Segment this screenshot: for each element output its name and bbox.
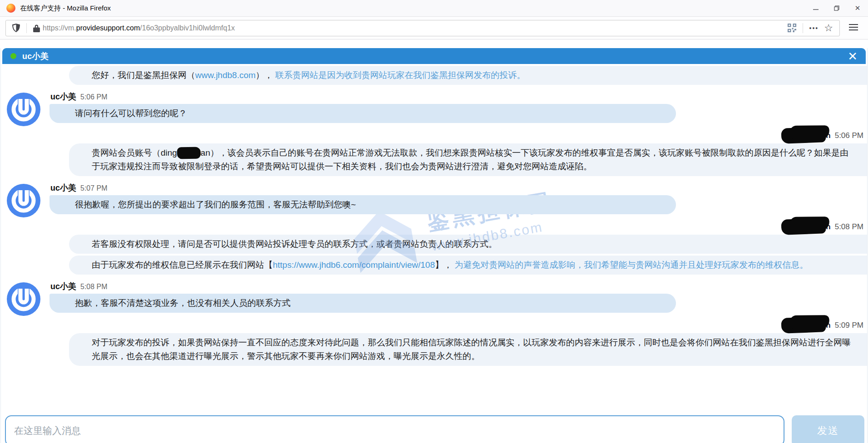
redaction-scribble [781,127,826,143]
minimize-button[interactable] [805,0,826,16]
url-prefix: https://vm. [43,24,76,32]
chat-agent-name: uc小美 [22,51,49,62]
menu-icon[interactable] [844,24,863,33]
visitor-meta-row: dinghaigan5:08 PM [1,221,863,233]
message-text: 由于玩家发布的维权信息已经展示在我们网站【 [92,260,273,270]
visitor-message-bubble: 若客服没有权限处理，请问是否可以提供贵网站投诉处理专员的联系方式，或者贵网站负责… [69,235,867,254]
send-button[interactable]: 发送 [792,415,864,443]
message-text: ）， [256,70,273,80]
message-composer: 发送 [1,415,867,443]
qr-code-icon[interactable] [785,24,799,32]
window-title: 在线客户支持 - Mozilla Firefox [20,4,805,13]
agent-message-bubble: 很抱歉喔，您所提出的要求超出了我们的服务范围，客服无法帮助到您噢~ [49,195,676,214]
visitor-name-redacted: dinghaigan [789,222,832,231]
agent-avatar-u-logo-icon [6,92,41,127]
visitor-message-bubble: 对于玩家发布的投诉，如果贵网站保持一直不回应的态度来对待此问题，那么我们只能相信… [69,333,867,366]
redaction-scribble [781,218,826,235]
agent-name: uc小美 [50,281,76,292]
message-time: 5:06 PM [835,131,863,140]
online-status-icon [10,53,16,59]
agent-message-group: uc小美5:07 PM很抱歉喔，您所提出的要求超出了我们的服务范围，客服无法帮助… [49,182,867,214]
visitor-message-bubble: 由于玩家发布的维权信息已经展示在我们网站【https://www.jhdb6.c… [69,256,867,275]
message-text: 联系贵网站是因为收到贵网站玩家在我们鉴黑担保网发布的投诉。 [273,70,525,80]
redacted-text: haig [177,147,201,159]
message-text: 若客服没有权限处理，请问是否可以提供贵网站投诉处理专员的联系方式，或者贵网站负责… [92,239,497,249]
navigation-bar: https://vm.providesupport.com/16o3ppbyal… [0,17,868,39]
message-text: 为避免对贵网站的声誉造成影响，我们希望能与贵网站沟通并且处理好玩家发布的维权信息… [452,260,808,270]
message-time: 5:07 PM [80,184,108,192]
message-time: 5:09 PM [835,321,863,330]
message-input[interactable] [5,415,784,443]
url-text: https://vm.providesupport.com/16o3ppbyal… [43,24,785,32]
agent-name: uc小美 [50,182,76,193]
message-text: an），该会员表示自己的账号在贵网站正常游戏无法取款，我们想来跟贵网站核实一下该… [92,148,848,171]
shield-icon[interactable] [10,24,23,32]
chat-header: uc小美 ✕ [2,48,866,64]
agent-name: uc小美 [50,91,76,102]
redaction-scribble [781,316,826,333]
visitor-name-redacted: dinghaigan [789,131,832,140]
chat-panel: uc小美 ✕ 鉴黑担保网 www.jhdb8.com 您好，我们是鉴黑担保网（w… [0,48,868,443]
restore-button[interactable] [826,0,847,16]
bookmark-star-icon[interactable]: ☆ [821,23,836,33]
chat-transcript: 鉴黑担保网 www.jhdb8.com 您好，我们是鉴黑担保网（www.jhdb… [1,64,867,390]
url-domain: providesupport.com [76,24,140,32]
firefox-icon [6,4,15,13]
message-time: 5:08 PM [835,222,863,231]
message-link[interactable]: https://www.jhdb6.com/complaint/view/108 [273,260,435,270]
lock-icon[interactable] [30,24,43,32]
message-text: 对于玩家发布的投诉，如果贵网站保持一直不回应的态度来对待此问题，那么我们只能相信… [92,338,851,361]
message-text: 贵网站会员账号（ding [92,148,177,158]
visitor-meta-row: dinghaigan5:06 PM [1,130,863,142]
visitor-message-bubble: 您好，我们是鉴黑担保网（www.jhdb8.com）， 联系贵网站是因为收到贵网… [69,66,867,85]
message-time: 5:08 PM [80,283,108,291]
visitor-meta-row: dinghaigan5:09 PM [1,320,863,331]
agent-message-bubble: 抱歉，客服不清楚这项业务，也没有相关人员的联系方式 [49,294,676,313]
page-actions-icon[interactable]: ••• [807,25,822,32]
chat-close-icon[interactable]: ✕ [848,50,858,62]
visitor-name-redacted: dinghaigan [789,321,832,330]
message-time: 5:06 PM [80,93,108,101]
message-text: 】， [435,260,452,270]
message-link[interactable]: www.jhdb8.com [195,70,256,80]
message-text: 您好，我们是鉴黑担保网（ [92,70,195,80]
url-bar[interactable]: https://vm.providesupport.com/16o3ppbyal… [5,20,840,36]
agent-message-bubble: 请问有什么可以帮到您的呢？ [49,104,676,123]
url-path: /16o3ppbyalbiv1hi0lwldmfq1x [140,24,235,32]
close-window-button[interactable]: ✕ [847,0,868,16]
visitor-message-bubble: 贵网站会员账号（dinghaigan），该会员表示自己的账号在贵网站正常游戏无法… [69,143,867,176]
agent-avatar-u-logo-icon [6,282,41,316]
agent-message-group: uc小美5:06 PM请问有什么可以帮到您的呢？ [49,91,867,123]
agent-avatar-u-logo-icon [6,183,41,218]
window-titlebar: 在线客户支持 - Mozilla Firefox ✕ [0,0,868,17]
agent-message-group: uc小美5:08 PM抱歉，客服不清楚这项业务，也没有相关人员的联系方式 [49,281,867,313]
